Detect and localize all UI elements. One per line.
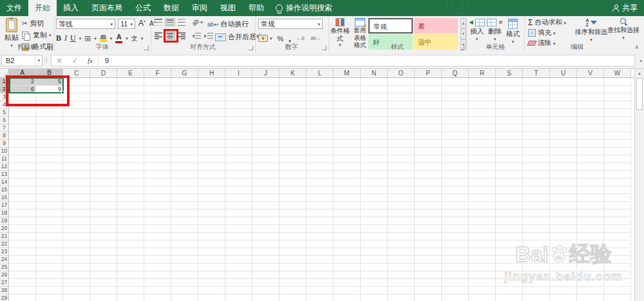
cell-G20[interactable] <box>171 225 198 233</box>
cell-F22[interactable] <box>144 240 171 248</box>
dialog-launcher-icon[interactable] <box>144 46 149 50</box>
cell-P24[interactable] <box>415 256 442 264</box>
cell-C5[interactable] <box>63 109 90 117</box>
cell-C22[interactable] <box>63 240 90 248</box>
cell-T21[interactable] <box>523 233 550 240</box>
column-header-O[interactable]: O <box>388 69 415 77</box>
cell-L24[interactable] <box>307 256 334 264</box>
cell-I19[interactable] <box>225 217 252 225</box>
align-left-button[interactable] <box>153 32 164 40</box>
cell-L27[interactable] <box>307 279 334 287</box>
cell-I29[interactable] <box>225 295 252 301</box>
cell-C3[interactable] <box>63 93 90 101</box>
cell-G17[interactable] <box>171 202 198 209</box>
cell-B15[interactable] <box>36 186 63 194</box>
cell-J21[interactable] <box>252 233 279 240</box>
scroll-up-icon[interactable]: ▲ <box>635 69 644 77</box>
cell-K5[interactable] <box>279 109 307 117</box>
cell-H23[interactable] <box>198 248 225 256</box>
row-header-10[interactable]: 10 <box>0 148 9 155</box>
cell-R17[interactable] <box>469 202 496 209</box>
cell-G24[interactable] <box>171 256 198 264</box>
cell-Q4[interactable] <box>442 101 469 109</box>
cell-Q18[interactable] <box>442 209 469 217</box>
cell-N7[interactable] <box>361 124 388 132</box>
cell-G10[interactable] <box>171 148 198 155</box>
cell-M6[interactable] <box>334 117 361 124</box>
cell-B20[interactable] <box>36 225 63 233</box>
cell-C13[interactable] <box>63 171 90 179</box>
cell-O13[interactable] <box>388 171 415 179</box>
cell-G9[interactable] <box>171 140 198 148</box>
cell-M24[interactable] <box>334 256 361 264</box>
row-header-3[interactable]: 3 <box>0 93 9 101</box>
cell-D10[interactable] <box>90 148 117 155</box>
cell-B21[interactable] <box>36 233 63 240</box>
cell-C21[interactable] <box>63 233 90 240</box>
cell-J29[interactable] <box>252 295 279 301</box>
cell-D11[interactable] <box>90 155 117 163</box>
cell-E15[interactable] <box>117 186 144 194</box>
cell-N8[interactable] <box>361 132 388 140</box>
cell-H24[interactable] <box>198 256 225 264</box>
cell-F19[interactable] <box>144 217 171 225</box>
cell-B2[interactable]: 9 <box>36 86 63 93</box>
cell-J7[interactable] <box>252 124 279 132</box>
align-top-button[interactable] <box>153 18 164 26</box>
cell-I14[interactable] <box>225 179 252 186</box>
cell-C24[interactable] <box>63 256 90 264</box>
cell-C6[interactable] <box>63 117 90 124</box>
cell-E21[interactable] <box>117 233 144 240</box>
cell-R8[interactable] <box>469 132 496 140</box>
cell-N17[interactable] <box>361 202 388 209</box>
italic-button[interactable]: I <box>64 34 67 43</box>
autosum-button[interactable]: Σ自动求和▾ <box>528 18 566 27</box>
cell-A6[interactable] <box>9 117 36 124</box>
cell-L7[interactable] <box>307 124 334 132</box>
cell-F13[interactable] <box>144 171 171 179</box>
cell-V10[interactable] <box>577 148 604 155</box>
cell-K17[interactable] <box>279 202 307 209</box>
cell-U25[interactable] <box>550 264 577 271</box>
cell-W5[interactable] <box>604 109 631 117</box>
cell-J19[interactable] <box>252 217 279 225</box>
row-header-29[interactable]: 29 <box>0 295 9 301</box>
cell-U26[interactable] <box>550 271 577 279</box>
tab-文件[interactable]: 文件 <box>0 0 28 16</box>
cell-O3[interactable] <box>388 93 415 101</box>
row-header-16[interactable]: 16 <box>0 194 9 202</box>
cell-S9[interactable] <box>496 140 523 148</box>
cell-D21[interactable] <box>90 233 117 240</box>
cell-L20[interactable] <box>307 225 334 233</box>
cell-Q19[interactable] <box>442 217 469 225</box>
cell-E22[interactable] <box>117 240 144 248</box>
cell-N5[interactable] <box>361 109 388 117</box>
cell-T1[interactable] <box>523 78 550 86</box>
cell-T2[interactable] <box>523 86 550 93</box>
row-header-21[interactable]: 21 <box>0 233 9 240</box>
cell-S7[interactable] <box>496 124 523 132</box>
cell-J6[interactable] <box>252 117 279 124</box>
cell-W6[interactable] <box>604 117 631 124</box>
cell-P25[interactable] <box>415 264 442 271</box>
cell-A1[interactable]: 2 <box>9 78 36 86</box>
cell-G29[interactable] <box>171 295 198 301</box>
cell-Q28[interactable] <box>442 287 469 295</box>
cell-M9[interactable] <box>334 140 361 148</box>
fill-color-button[interactable] <box>100 35 107 42</box>
cell-S12[interactable] <box>496 163 523 171</box>
cell-A25[interactable] <box>9 264 36 271</box>
cell-P22[interactable] <box>415 240 442 248</box>
cell-G11[interactable] <box>171 155 198 163</box>
cell-M20[interactable] <box>334 225 361 233</box>
row-header-27[interactable]: 27 <box>0 279 9 287</box>
cell-S6[interactable] <box>496 117 523 124</box>
cell-P18[interactable] <box>415 209 442 217</box>
cell-P26[interactable] <box>415 271 442 279</box>
cell-L29[interactable] <box>307 295 334 301</box>
cell-E24[interactable] <box>117 256 144 264</box>
cell-N22[interactable] <box>361 240 388 248</box>
cell-M3[interactable] <box>334 93 361 101</box>
cell-M29[interactable] <box>334 295 361 301</box>
cell-T19[interactable] <box>523 217 550 225</box>
